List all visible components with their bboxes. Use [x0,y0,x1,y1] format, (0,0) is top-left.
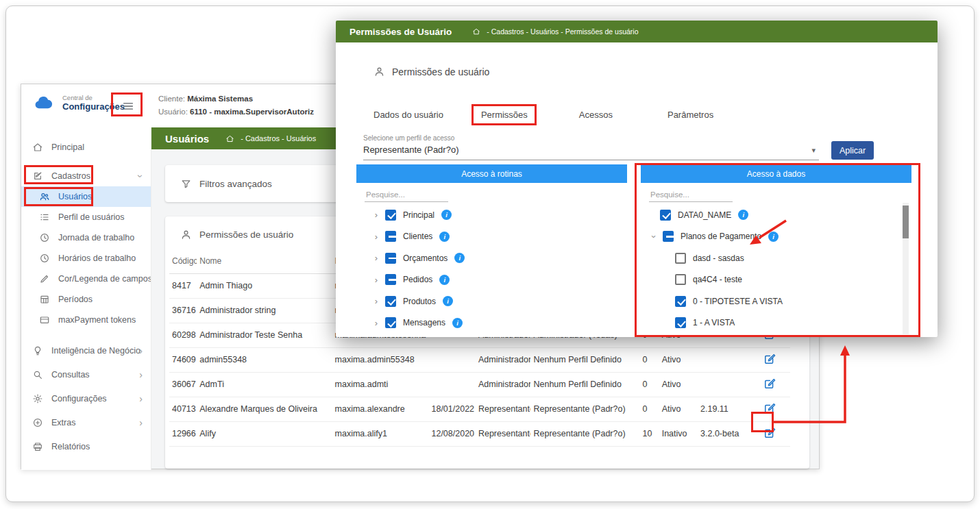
tree-item-1-a-vista[interactable]: 1 - A VISTA [641,312,911,334]
edit-user-button[interactable] [763,401,776,415]
info-icon[interactable]: i [768,232,779,242]
sidebar-item-consultas[interactable]: Consultas› [21,362,151,386]
tree-item-planos-de-pagamento[interactable]: ›Planos de Pagamentoi [641,226,911,248]
tree-item-label: Principal [403,210,434,220]
checkbox-checked[interactable] [675,317,686,328]
sidebar: PrincipalCadastros›UsuáriosPerfil de usu… [21,127,151,470]
chevron-down-icon[interactable]: › [650,232,659,241]
data-search-input[interactable] [649,187,733,202]
sidebar-item-perfil-de-usuarios[interactable]: Perfil de usuários [21,207,151,227]
tab-parametros[interactable]: Parâmetros [667,110,713,120]
checkbox-indeterminate[interactable] [385,274,396,285]
tree-item-principal[interactable]: ›Principali [356,204,627,226]
apply-button[interactable]: Aplicar [831,141,874,160]
chevron-right-icon[interactable]: › [371,210,381,219]
checkbox-indeterminate[interactable] [663,231,674,242]
sidebar-item-cadastros[interactable]: Cadastros› [21,166,151,186]
cell-perfil: Nenhum Perfil Definido [530,372,639,397]
tree-item-label: Planos de Pagamento [681,232,761,241]
sidebar-item-label: Usuários [58,192,92,201]
sidebar-item-label: Principal [51,142,84,152]
tree-item-qa4c4-teste[interactable]: qa4C4 - teste [641,269,911,291]
edit-user-button[interactable] [763,377,776,390]
cell-tipo: Administrador [476,347,531,372]
info-icon[interactable]: i [439,232,450,242]
edit-user-button[interactable] [763,426,776,440]
chevron-right-icon[interactable]: › [371,275,381,284]
checkbox-indeterminate[interactable] [385,231,396,242]
sidebar-item-usuarios[interactable]: Usuários [21,186,151,207]
checkbox-checked[interactable] [385,210,396,221]
tree-item-label: 1 - A VISTA [693,318,735,327]
chevron-right-icon[interactable]: › [371,319,381,327]
gear-icon [32,393,43,404]
cell-nome: Alexandre Marques de Oliveira [197,397,332,421]
checkbox-checked[interactable] [385,317,396,328]
tree-item-pedidos[interactable]: ›Pedidosi [356,269,627,291]
sidebar-item-label: Perfil de usuários [58,212,125,222]
info-icon[interactable]: i [452,318,463,328]
info-icon[interactable]: i [454,253,465,263]
cell-codigo: 36067 [169,372,197,397]
search-icon [32,369,43,380]
data-panel-title: Acesso à dados [641,164,911,183]
info-icon[interactable]: i [738,210,748,220]
chevron-right-icon[interactable]: › [371,253,381,262]
sidebar-item-inteligencia-de-negocio[interactable]: Inteligência de Negócio› [21,338,151,362]
edit-user-button[interactable] [763,352,776,366]
tree-item-produtos[interactable]: ›Produtosi [356,290,627,312]
sidebar-item-maxpayment-tokens[interactable]: maxPayment tokens [21,310,151,330]
checkbox-checked[interactable] [675,296,686,307]
column-header-nome: Nome [197,249,332,273]
tree-item-dasd-sasdas[interactable]: dasd - sasdas [641,247,911,269]
tree-item-clientes[interactable]: ›Clientesi [356,226,627,248]
checkbox-checked[interactable] [660,210,671,221]
table-section-title: Permissões de usuário [199,229,293,240]
sidebar-item-extras[interactable]: Extras› [21,410,151,434]
checkbox-unchecked[interactable] [675,274,686,285]
scrollbar-thumb[interactable] [903,206,909,238]
tree-item-mensagens[interactable]: ›Mensagensi [356,312,627,334]
data-tree: DATA0_NAMEi›Planos de Pagamentoidasd - s… [641,204,911,334]
tree-item-data0-name[interactable]: DATA0_NAMEi [641,204,911,226]
sidebar-item-jornada-de-trabalho[interactable]: Jornada de trabalho [21,227,151,248]
tab-permissoes[interactable]: Permissões [481,110,528,120]
scrollbar[interactable] [903,203,909,334]
sidebar-item-configuracoes[interactable]: Configurações› [21,386,151,410]
menu-toggle-button[interactable] [117,97,140,115]
tree-item-0-tipoteste-a-vista[interactable]: 0 - TIPOTESTE A VISTA [641,290,911,312]
tree-item-label: qa4C4 - teste [693,275,742,284]
data-access-panel: Acesso à dados DATA0_NAMEi›Planos de Pag… [641,164,911,337]
cell-status: Ativo [659,347,698,372]
chevron-right-icon[interactable]: › [371,297,381,306]
tab-dados-do-usuario[interactable]: Dados do usuário [373,110,443,120]
checkbox-checked[interactable] [385,296,396,307]
sidebar-item-relatorios[interactable]: Relatórios [21,434,151,458]
tab-acessos[interactable]: Acessos [579,110,613,120]
sidebar-item-principal[interactable]: Principal [21,137,151,158]
table-row: 36067AdmTimaxima.admtiAdministradorNenhu… [169,372,790,397]
cell-login: maxima.admti [332,372,429,397]
cell-data [428,372,475,397]
checkbox-unchecked[interactable] [675,253,686,264]
app-logo: Central de Configurações [31,92,125,113]
sidebar-item-label: Cor/Legenda de campos [58,274,151,284]
sidebar-item-cor-legenda-de-campos[interactable]: Cor/Legenda de campos [21,269,151,289]
info-icon[interactable]: i [443,296,453,306]
tree-item-label: dasd - sasdas [693,253,744,263]
routines-search-input[interactable] [365,187,448,202]
tree-item-orcamentos[interactable]: ›Orçamentosi [356,247,627,269]
modal-breadcrumb-home-icon[interactable] [472,27,480,36]
cell-perfil: Nenhum Perfil Definido [530,347,639,372]
sidebar-item-horarios-de-trabalho[interactable]: Horários de trabalho [21,248,151,269]
cell-status: Ativo [659,397,698,421]
cell-qtd: 0 [640,372,659,397]
info-icon[interactable]: i [441,210,452,220]
breadcrumb-home-icon[interactable] [225,134,234,143]
sidebar-item-periodos[interactable]: Períodos [21,289,151,310]
profile-select[interactable]: Selecione um perfil de acesso Representa… [363,134,819,160]
checkbox-indeterminate[interactable] [385,253,396,264]
chevron-right-icon[interactable]: › [371,232,381,241]
info-icon[interactable]: i [439,275,450,285]
plus-circle-icon [32,417,43,428]
